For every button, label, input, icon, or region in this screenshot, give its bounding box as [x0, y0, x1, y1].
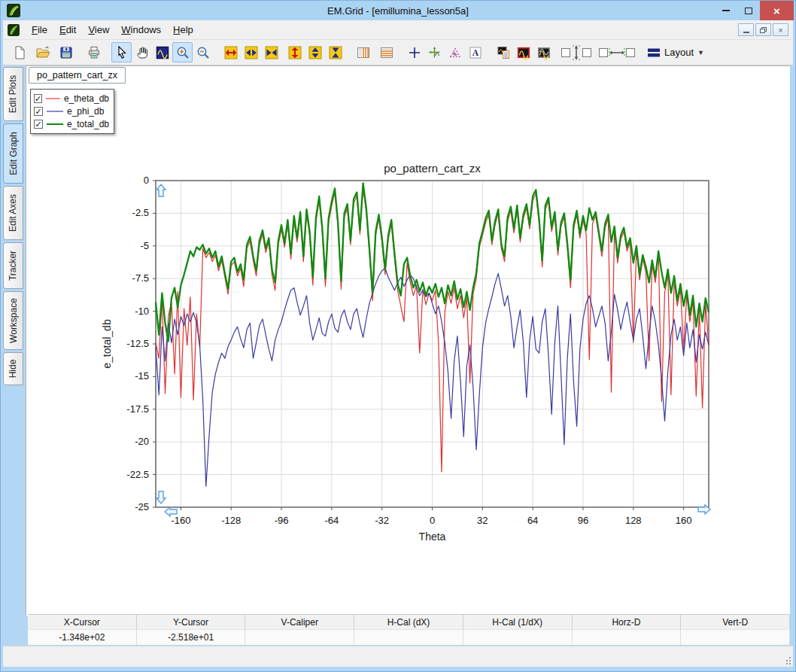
mdi-minimize-button[interactable] [738, 23, 754, 36]
link-x-arrow-icon [608, 45, 626, 60]
open-file-button[interactable] [32, 42, 53, 62]
select-tool-button[interactable] [111, 42, 132, 62]
y-cursor-value: -2.518e+01 [137, 629, 246, 645]
layout-dropdown[interactable]: Layout ▼ [643, 44, 709, 61]
expand-y-button[interactable] [284, 42, 305, 62]
document-tab[interactable]: po_pattern_cart_zx [29, 67, 126, 84]
link-x-left-checkbox[interactable] [599, 48, 608, 57]
app-window: EM.Grid - [emillumina_lesson5a] × File E… [0, 0, 796, 672]
readout-header: V-Caliper [245, 615, 354, 629]
readout-header: H-Cal (dX) [354, 615, 463, 629]
sidebar-tab-hide[interactable]: Hide [3, 352, 23, 385]
caliper-button[interactable] [445, 42, 465, 62]
cursor-icon [114, 45, 129, 60]
legend-line-sample [47, 123, 63, 125]
caliper-triangle-icon [448, 45, 463, 60]
zoom-region-button[interactable] [152, 42, 172, 62]
status-strip [3, 646, 793, 667]
plot-document-icon [496, 45, 511, 60]
mdi-minimize-icon [743, 32, 749, 33]
v-caliper-value [245, 629, 354, 645]
plot-double-wave-icon [536, 45, 551, 60]
arrows-x-button[interactable] [241, 42, 261, 62]
menu-windows[interactable]: Windows [115, 21, 167, 38]
legend-checkbox-e-phi[interactable]: ✓ [34, 107, 43, 116]
x-tick-label: 128 [625, 515, 642, 526]
arrows-y-button[interactable] [305, 42, 325, 62]
menu-file[interactable]: File [26, 21, 53, 38]
h-cal-dx-value [354, 629, 463, 645]
floppy-icon [59, 45, 74, 60]
y-tick-label: -2.5 [132, 207, 149, 218]
title-bar: EM.Grid - [emillumina_lesson5a] × [1, 1, 795, 20]
h-cal-1dx-value [463, 629, 573, 645]
menu-view[interactable]: View [82, 21, 115, 38]
readout-header: Vert-D [681, 615, 790, 629]
arrows-y-icon [308, 45, 323, 60]
y-tick-label: -12.5 [126, 338, 149, 349]
copy-plot-button[interactable] [493, 42, 513, 62]
pan-arrow-down[interactable] [156, 491, 166, 503]
close-button[interactable]: × [760, 1, 794, 20]
link-y-left-checkbox[interactable] [561, 48, 570, 57]
x-axis-label: Theta [419, 531, 446, 543]
menu-help[interactable]: Help [167, 21, 199, 38]
link-y-arrow-icon [570, 44, 582, 61]
sidebar-tab-workspace[interactable]: Workspace [3, 291, 23, 350]
zoom-out-icon [196, 45, 211, 60]
zoom-region-icon [155, 45, 170, 60]
pan-arrow-up[interactable] [156, 184, 166, 196]
zoom-in-button[interactable] [172, 42, 193, 62]
print-button[interactable] [84, 42, 104, 62]
plot-area[interactable]: -160-128-96-64-3203264961281600-2.5-5-7.… [71, 157, 749, 582]
printer-icon [87, 45, 102, 60]
mdi-restore-button[interactable] [755, 23, 771, 36]
link-y-right-checkbox[interactable] [582, 48, 591, 57]
text-annotation-button[interactable]: A [465, 42, 485, 62]
menu-edit[interactable]: Edit [53, 21, 82, 38]
crosshair-button[interactable] [404, 42, 424, 62]
vertical-markers-button[interactable] [353, 42, 373, 62]
window-title: EM.Grid - [emillumina_lesson5a] [1, 5, 795, 17]
tracker-button[interactable] [424, 42, 445, 62]
vert-d-value [681, 629, 790, 645]
sidebar-tab-edit-plots[interactable]: Edit Plots [3, 67, 23, 121]
layout-label: Layout [664, 47, 694, 58]
compress-y-button[interactable] [325, 42, 345, 62]
readout-header: Y-Cursor [137, 615, 246, 629]
arrows-x-icon [244, 45, 259, 60]
expand-y-icon [287, 45, 302, 60]
minimize-button[interactable] [715, 1, 737, 20]
pan-tool-button[interactable] [132, 42, 152, 62]
link-x-right-checkbox[interactable] [626, 48, 635, 57]
x-tick-label: 96 [578, 515, 588, 526]
sidebar-tab-edit-axes[interactable]: Edit Axes [3, 186, 23, 240]
y-tick-label: -7.5 [132, 272, 149, 284]
legend-checkbox-e-total[interactable]: ✓ [34, 120, 43, 129]
new-document-icon [12, 45, 27, 60]
save-button[interactable] [56, 42, 76, 62]
compress-x-icon [264, 45, 279, 60]
layout-icon [647, 47, 661, 59]
sidebar-tab-edit-graph[interactable]: Edit Graph [3, 123, 23, 184]
readout-header: H-Cal (1/dX) [463, 615, 573, 629]
expand-x-button[interactable] [220, 42, 241, 62]
compress-y-icon [328, 45, 343, 60]
mdi-close-button[interactable]: × [773, 23, 788, 36]
compress-x-button[interactable] [261, 42, 281, 62]
horizontal-markers-button[interactable] [376, 42, 396, 62]
legend-item-e-phi: ✓ e_phi_db [34, 105, 109, 117]
sidebar-tab-tracker[interactable]: Tracker [3, 242, 23, 289]
plot-window-button[interactable] [513, 42, 533, 62]
vertical-lines-icon [356, 45, 371, 60]
zoom-out-button[interactable] [193, 42, 213, 62]
toolbar: A Layout ▼ [3, 40, 793, 65]
new-document-button[interactable] [9, 42, 29, 62]
multi-plot-button[interactable] [533, 42, 554, 62]
side-tab-rail: Edit Plots Edit Graph Edit Axes Tracker … [1, 65, 26, 645]
legend-checkbox-e-theta[interactable]: ✓ [34, 94, 42, 103]
maximize-button[interactable] [737, 1, 760, 20]
plot-red-frame-icon [516, 45, 531, 60]
y-tick-label: -17.5 [126, 403, 149, 415]
resize-grip[interactable] [786, 660, 788, 661]
